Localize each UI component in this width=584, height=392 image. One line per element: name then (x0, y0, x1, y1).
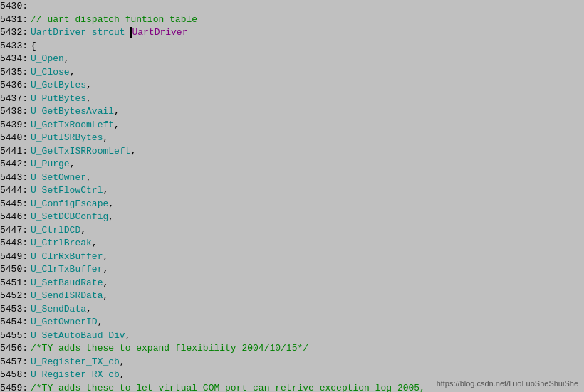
line-number: 5435: (0, 66, 31, 80)
table-row: 5431:// uart dispatch funtion table (0, 14, 584, 27)
table-row: 5440: U_PutISRBytes, (0, 132, 584, 145)
table-row: 5435: U_Close, (0, 66, 584, 80)
table-row: 5438: U_GetBytesAvail, (0, 105, 584, 119)
line-content: U_SendData, (31, 303, 92, 317)
line-number: 5437: (0, 92, 31, 106)
line-content: U_Register_TX_cb, (31, 356, 125, 369)
table-row: 5437: U_PutBytes, (0, 92, 584, 106)
line-content: U_ConfigEscape, (31, 198, 114, 211)
line-content: U_CtrlDCD, (31, 224, 86, 238)
line-content: U_SetBaudRate, (31, 277, 108, 290)
line-content: U_SendISRData, (31, 290, 108, 303)
table-row: 5457: U_Register_TX_cb, (0, 356, 584, 369)
line-number: 5430: (0, 0, 31, 14)
table-row: 5448: U_CtrlBreak, (0, 237, 584, 250)
line-number: 5459: (0, 382, 31, 393)
line-content: U_GetOwnerID, (31, 316, 103, 329)
table-row: 5452: U_SendISRData, (0, 290, 584, 303)
line-content: U_GetBytesAvail, (31, 105, 120, 119)
table-row: 5454: U_GetOwnerID, (0, 316, 584, 329)
line-number: 5456: (0, 342, 31, 356)
line-number: 5439: (0, 119, 31, 132)
line-content: U_SetOwner, (31, 171, 92, 185)
line-number: 5442: (0, 158, 31, 171)
line-content (31, 0, 36, 14)
line-number: 5452: (0, 290, 31, 303)
line-number: 5432: (0, 26, 31, 40)
table-row: 5441: U_GetTxISRRoomLeft, (0, 145, 584, 159)
line-content: U_CtrlBreak, (31, 237, 98, 250)
code-content: 5430: 5431:// uart dispatch funtion tabl… (0, 0, 584, 392)
table-row: 5430: (0, 0, 584, 14)
line-content: U_SetAutoBaud_Div, (31, 329, 130, 343)
line-content: /*TY adds these to let virtual COM port … (31, 382, 425, 393)
line-content: U_PutBytes, (31, 92, 92, 106)
line-content: UartDriver_strcut UartDriver= (31, 26, 193, 40)
table-row: 5455: U_SetAutoBaud_Div, (0, 329, 584, 343)
line-number: 5449: (0, 250, 31, 264)
table-row: 5444: U_SetFlowCtrl, (0, 184, 584, 198)
table-row: 5450: U_ClrTxBuffer, (0, 263, 584, 277)
line-number: 5443: (0, 171, 31, 185)
line-content: U_Purge, (31, 158, 75, 171)
line-number: 5434: (0, 53, 31, 66)
table-row: 5446: U_SetDCBConfig, (0, 211, 584, 224)
line-number: 5458: (0, 369, 31, 382)
line-number: 5444: (0, 184, 31, 198)
line-content: U_PutISRBytes, (31, 132, 108, 145)
line-number: 5447: (0, 224, 31, 238)
line-number: 5445: (0, 198, 31, 211)
line-number: 5433: (0, 40, 31, 53)
line-number: 5440: (0, 132, 31, 145)
line-number: 5441: (0, 145, 31, 159)
line-number: 5436: (0, 79, 31, 92)
line-number: 5457: (0, 356, 31, 369)
line-content: U_ClrTxBuffer, (31, 263, 108, 277)
line-number: 5455: (0, 329, 31, 343)
table-row: 5447: U_CtrlDCD, (0, 224, 584, 238)
line-number: 5431: (0, 14, 31, 27)
table-row: 5456: /*TY adds these to expand flexibil… (0, 342, 584, 356)
line-content: U_GetTxISRRoomLeft, (31, 145, 136, 159)
table-row: 5449: U_ClrRxBuffer, (0, 250, 584, 264)
table-row: 5445: U_ConfigEscape, (0, 198, 584, 211)
table-row: 5436: U_GetBytes, (0, 79, 584, 92)
code-editor: 5430: 5431:// uart dispatch funtion tabl… (0, 0, 584, 392)
line-number: 5448: (0, 237, 31, 250)
watermark: https://blog.csdn.net/LuoLuoSheShuiShe (437, 379, 578, 388)
line-content: U_SetDCBConfig, (31, 211, 114, 224)
table-row: 5439: U_GetTxRoomLeft, (0, 119, 584, 132)
line-content: U_Open, (31, 53, 70, 66)
table-row: 5453: U_SendData, (0, 303, 584, 317)
line-number: 5450: (0, 263, 31, 277)
line-number: 5454: (0, 316, 31, 329)
table-row: 5432:UartDriver_strcut UartDriver= (0, 26, 584, 40)
line-content: { (31, 40, 36, 53)
table-row: 5443: U_SetOwner, (0, 171, 584, 185)
line-content: U_ClrRxBuffer, (31, 250, 108, 264)
line-content: /*TY adds these to expand flexibility 20… (31, 342, 308, 356)
line-content: U_GetTxRoomLeft, (31, 119, 120, 132)
table-row: 5442: U_Purge, (0, 158, 584, 171)
line-content: U_GetBytes, (31, 79, 92, 92)
table-row: 5434: U_Open, (0, 53, 584, 66)
line-number: 5453: (0, 303, 31, 317)
line-number: 5446: (0, 211, 31, 224)
line-content: U_Close, (31, 66, 75, 80)
line-number: 5451: (0, 277, 31, 290)
line-content: U_Register_RX_cb, (31, 369, 125, 382)
table-row: 5451: U_SetBaudRate, (0, 277, 584, 290)
line-content: U_SetFlowCtrl, (31, 184, 108, 198)
line-number: 5438: (0, 105, 31, 119)
table-row: 5433:{ (0, 40, 584, 53)
line-content: // uart dispatch funtion table (31, 14, 197, 27)
